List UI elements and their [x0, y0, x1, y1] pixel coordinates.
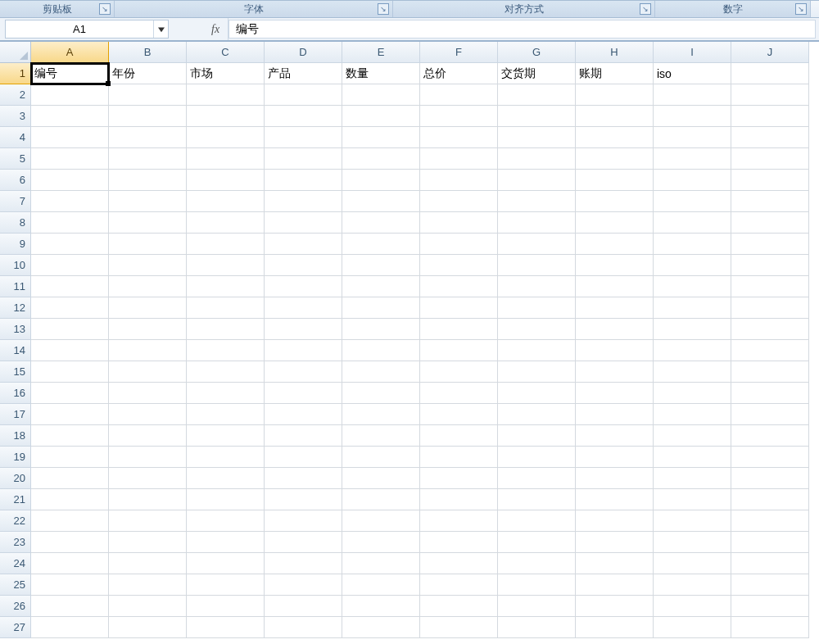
- row-header[interactable]: 15: [0, 361, 31, 383]
- cell[interactable]: [731, 574, 809, 596]
- cell[interactable]: [31, 255, 109, 276]
- cell[interactable]: [498, 255, 576, 276]
- cell[interactable]: [109, 170, 187, 191]
- cell[interactable]: [31, 447, 109, 468]
- cell[interactable]: [498, 234, 576, 255]
- row-header[interactable]: 18: [0, 425, 31, 447]
- cell[interactable]: [731, 255, 809, 276]
- cell[interactable]: [576, 383, 654, 404]
- cell[interactable]: [342, 170, 420, 191]
- cell[interactable]: [31, 127, 109, 148]
- cell[interactable]: [420, 191, 498, 212]
- cell[interactable]: [265, 383, 342, 404]
- cell[interactable]: [31, 84, 109, 106]
- cell[interactable]: [420, 596, 498, 617]
- cell[interactable]: [31, 106, 109, 127]
- row-header[interactable]: 12: [0, 297, 31, 319]
- column-header[interactable]: J: [731, 42, 809, 63]
- cell[interactable]: 产品: [265, 63, 342, 84]
- cell[interactable]: [187, 404, 265, 425]
- cell[interactable]: [420, 425, 498, 447]
- cell[interactable]: [109, 234, 187, 255]
- dialog-launcher-icon[interactable]: ↘: [99, 3, 111, 15]
- cell[interactable]: 市场: [187, 63, 265, 84]
- cell[interactable]: [265, 361, 342, 383]
- cell[interactable]: [265, 191, 342, 212]
- cell[interactable]: [654, 319, 731, 340]
- cell[interactable]: [420, 234, 498, 255]
- cell[interactable]: [576, 596, 654, 617]
- column-header[interactable]: H: [576, 42, 654, 63]
- cell[interactable]: [576, 84, 654, 106]
- cell[interactable]: [342, 447, 420, 468]
- cell[interactable]: [265, 297, 342, 319]
- cell[interactable]: [420, 553, 498, 574]
- cell[interactable]: [420, 276, 498, 297]
- cell[interactable]: [31, 468, 109, 489]
- cell[interactable]: [731, 212, 809, 234]
- cell[interactable]: [31, 234, 109, 255]
- cell[interactable]: [654, 234, 731, 255]
- cell[interactable]: [265, 106, 342, 127]
- cell[interactable]: [342, 297, 420, 319]
- cell[interactable]: [31, 191, 109, 212]
- cell[interactable]: [187, 191, 265, 212]
- cell[interactable]: [342, 468, 420, 489]
- cell[interactable]: [498, 617, 576, 638]
- cell[interactable]: 交货期: [498, 63, 576, 84]
- cell[interactable]: [576, 617, 654, 638]
- cell[interactable]: [498, 404, 576, 425]
- row-header[interactable]: 19: [0, 447, 31, 468]
- cell[interactable]: [654, 340, 731, 361]
- cell[interactable]: [420, 574, 498, 596]
- row-header[interactable]: 11: [0, 276, 31, 297]
- cell[interactable]: [420, 532, 498, 553]
- cell[interactable]: [265, 276, 342, 297]
- cell[interactable]: [576, 532, 654, 553]
- cell[interactable]: [187, 617, 265, 638]
- cell[interactable]: [420, 361, 498, 383]
- cell[interactable]: [654, 425, 731, 447]
- cell[interactable]: [109, 127, 187, 148]
- cell[interactable]: [576, 212, 654, 234]
- cell[interactable]: iso: [654, 63, 731, 84]
- cell[interactable]: [498, 127, 576, 148]
- cell[interactable]: [31, 319, 109, 340]
- row-header[interactable]: 27: [0, 617, 31, 638]
- cell[interactable]: [109, 468, 187, 489]
- cell[interactable]: [342, 255, 420, 276]
- cell[interactable]: [498, 319, 576, 340]
- row-header[interactable]: 25: [0, 574, 31, 596]
- cell[interactable]: [109, 148, 187, 170]
- cell[interactable]: [654, 212, 731, 234]
- row-header[interactable]: 6: [0, 170, 31, 191]
- cell[interactable]: [731, 361, 809, 383]
- cell[interactable]: [576, 340, 654, 361]
- row-header[interactable]: 14: [0, 340, 31, 361]
- cell[interactable]: [31, 170, 109, 191]
- cell[interactable]: [265, 617, 342, 638]
- dialog-launcher-icon[interactable]: ↘: [640, 3, 651, 15]
- cell[interactable]: [342, 340, 420, 361]
- cell[interactable]: [654, 468, 731, 489]
- cell[interactable]: [109, 532, 187, 553]
- cell[interactable]: [109, 574, 187, 596]
- cell[interactable]: [420, 489, 498, 510]
- cell[interactable]: [731, 532, 809, 553]
- cell[interactable]: [187, 148, 265, 170]
- cell[interactable]: [498, 425, 576, 447]
- cell[interactable]: [265, 127, 342, 148]
- cell[interactable]: [498, 510, 576, 532]
- cell[interactable]: [576, 170, 654, 191]
- cell[interactable]: [576, 297, 654, 319]
- row-header[interactable]: 9: [0, 234, 31, 255]
- cell[interactable]: [265, 468, 342, 489]
- cell[interactable]: [731, 191, 809, 212]
- cell[interactable]: [187, 447, 265, 468]
- cell[interactable]: [265, 489, 342, 510]
- cell[interactable]: [109, 340, 187, 361]
- cell[interactable]: [187, 297, 265, 319]
- cell[interactable]: [576, 191, 654, 212]
- cell[interactable]: [265, 319, 342, 340]
- cell[interactable]: [731, 148, 809, 170]
